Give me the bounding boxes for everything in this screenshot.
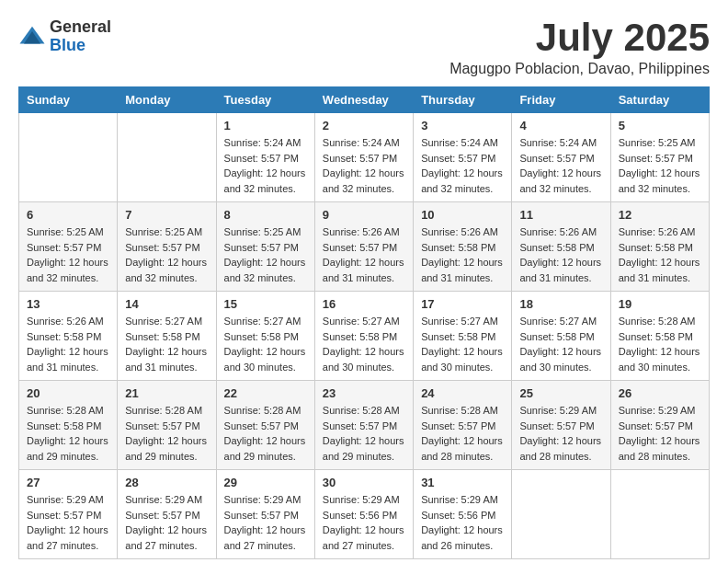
calendar-day-header: Monday: [118, 87, 216, 113]
day-number: 27: [27, 476, 109, 489]
day-info: Sunrise: 5:29 AMSunset: 5:57 PMDaylight:…: [619, 403, 701, 464]
day-number: 12: [619, 208, 701, 222]
day-info: Sunrise: 5:26 AMSunset: 5:57 PMDaylight:…: [323, 224, 405, 285]
day-info: Sunrise: 5:24 AMSunset: 5:57 PMDaylight:…: [224, 135, 307, 196]
calendar-day-header: Tuesday: [216, 87, 314, 113]
calendar-cell: 19 Sunrise: 5:28 AMSunset: 5:58 PMDaylig…: [610, 292, 709, 381]
day-number: 8: [224, 208, 307, 222]
calendar-cell: 12 Sunrise: 5:26 AMSunset: 5:58 PMDaylig…: [610, 202, 709, 292]
logo-text: General Blue: [50, 18, 111, 55]
calendar-cell: 11 Sunrise: 5:26 AMSunset: 5:58 PMDaylig…: [512, 202, 610, 292]
calendar-cell: 20 Sunrise: 5:28 AMSunset: 5:58 PMDaylig…: [19, 381, 118, 470]
logo: General Blue: [18, 18, 111, 55]
day-info: Sunrise: 5:25 AMSunset: 5:57 PMDaylight:…: [619, 135, 701, 196]
calendar-cell: 8 Sunrise: 5:25 AMSunset: 5:57 PMDayligh…: [216, 202, 314, 292]
calendar-cell: 30 Sunrise: 5:29 AMSunset: 5:56 PMDaylig…: [314, 470, 413, 559]
calendar-cell: 26 Sunrise: 5:29 AMSunset: 5:57 PMDaylig…: [610, 381, 709, 470]
day-number: 4: [519, 119, 602, 132]
day-number: 17: [421, 297, 504, 311]
day-number: 14: [125, 297, 208, 311]
calendar-cell: 29 Sunrise: 5:29 AMSunset: 5:57 PMDaylig…: [216, 470, 314, 559]
day-number: 7: [125, 208, 208, 222]
day-info: Sunrise: 5:28 AMSunset: 5:57 PMDaylight:…: [224, 403, 307, 464]
day-number: 11: [519, 208, 602, 222]
calendar-cell: 13 Sunrise: 5:26 AMSunset: 5:58 PMDaylig…: [19, 292, 118, 381]
day-number: 1: [224, 119, 307, 132]
calendar-cell: 28 Sunrise: 5:29 AMSunset: 5:57 PMDaylig…: [118, 470, 216, 559]
calendar-cell: 10 Sunrise: 5:26 AMSunset: 5:58 PMDaylig…: [414, 202, 512, 292]
calendar-cell: [118, 113, 216, 202]
calendar-week-row: 1 Sunrise: 5:24 AMSunset: 5:57 PMDayligh…: [19, 113, 710, 202]
day-info: Sunrise: 5:29 AMSunset: 5:57 PMDaylight:…: [27, 492, 109, 553]
calendar-cell: 15 Sunrise: 5:27 AMSunset: 5:58 PMDaylig…: [216, 292, 314, 381]
day-info: Sunrise: 5:28 AMSunset: 5:58 PMDaylight:…: [619, 314, 701, 374]
day-info: Sunrise: 5:24 AMSunset: 5:57 PMDaylight:…: [421, 135, 504, 196]
location: Magugpo Poblacion, Davao, Philippines: [449, 61, 710, 77]
calendar-cell: 7 Sunrise: 5:25 AMSunset: 5:57 PMDayligh…: [118, 202, 216, 292]
day-number: 9: [323, 208, 405, 222]
logo-icon: [18, 23, 46, 51]
day-number: 10: [421, 208, 504, 222]
calendar-day-header: Thursday: [414, 87, 512, 113]
calendar-cell: 2 Sunrise: 5:24 AMSunset: 5:57 PMDayligh…: [314, 113, 413, 202]
calendar-cell: [19, 113, 118, 202]
day-info: Sunrise: 5:27 AMSunset: 5:58 PMDaylight:…: [323, 314, 405, 374]
day-info: Sunrise: 5:26 AMSunset: 5:58 PMDaylight:…: [619, 224, 701, 285]
day-number: 16: [323, 297, 405, 311]
page-header: General Blue July 2025 Magugpo Poblacion…: [18, 18, 710, 77]
day-number: 18: [519, 297, 602, 311]
day-number: 5: [619, 119, 701, 132]
day-info: Sunrise: 5:27 AMSunset: 5:58 PMDaylight:…: [421, 314, 504, 374]
calendar-cell: [512, 470, 610, 559]
day-number: 28: [125, 476, 208, 489]
calendar-cell: [610, 470, 709, 559]
month-title: July 2025: [449, 18, 710, 57]
day-info: Sunrise: 5:27 AMSunset: 5:58 PMDaylight:…: [519, 314, 602, 374]
calendar-cell: 3 Sunrise: 5:24 AMSunset: 5:57 PMDayligh…: [414, 113, 512, 202]
calendar-table: SundayMondayTuesdayWednesdayThursdayFrid…: [18, 86, 710, 559]
calendar-cell: 16 Sunrise: 5:27 AMSunset: 5:58 PMDaylig…: [314, 292, 413, 381]
day-info: Sunrise: 5:28 AMSunset: 5:57 PMDaylight:…: [323, 403, 405, 464]
calendar-cell: 25 Sunrise: 5:29 AMSunset: 5:57 PMDaylig…: [512, 381, 610, 470]
day-info: Sunrise: 5:29 AMSunset: 5:56 PMDaylight:…: [323, 492, 405, 553]
day-number: 13: [27, 297, 109, 311]
calendar-day-header: Saturday: [610, 87, 709, 113]
calendar-week-row: 20 Sunrise: 5:28 AMSunset: 5:58 PMDaylig…: [19, 381, 710, 470]
day-number: 25: [519, 386, 602, 400]
day-info: Sunrise: 5:28 AMSunset: 5:57 PMDaylight:…: [125, 403, 208, 464]
day-number: 24: [421, 386, 504, 400]
day-info: Sunrise: 5:25 AMSunset: 5:57 PMDaylight:…: [125, 224, 208, 285]
day-info: Sunrise: 5:29 AMSunset: 5:57 PMDaylight:…: [519, 403, 602, 464]
calendar-header-row: SundayMondayTuesdayWednesdayThursdayFrid…: [19, 87, 710, 113]
calendar-day-header: Sunday: [19, 87, 118, 113]
calendar-cell: 14 Sunrise: 5:27 AMSunset: 5:58 PMDaylig…: [118, 292, 216, 381]
title-section: July 2025 Magugpo Poblacion, Davao, Phil…: [449, 18, 710, 77]
day-number: 2: [323, 119, 405, 132]
day-info: Sunrise: 5:25 AMSunset: 5:57 PMDaylight:…: [224, 224, 307, 285]
day-info: Sunrise: 5:27 AMSunset: 5:58 PMDaylight:…: [125, 314, 208, 374]
day-number: 30: [323, 476, 405, 489]
logo-blue: Blue: [50, 37, 111, 55]
calendar-cell: 1 Sunrise: 5:24 AMSunset: 5:57 PMDayligh…: [216, 113, 314, 202]
day-number: 19: [619, 297, 701, 311]
day-number: 31: [421, 476, 504, 489]
day-info: Sunrise: 5:29 AMSunset: 5:56 PMDaylight:…: [421, 492, 504, 553]
day-number: 15: [224, 297, 307, 311]
day-info: Sunrise: 5:26 AMSunset: 5:58 PMDaylight:…: [27, 314, 109, 374]
day-number: 23: [323, 386, 405, 400]
day-info: Sunrise: 5:24 AMSunset: 5:57 PMDaylight:…: [323, 135, 405, 196]
day-number: 3: [421, 119, 504, 132]
calendar-cell: 9 Sunrise: 5:26 AMSunset: 5:57 PMDayligh…: [314, 202, 413, 292]
day-info: Sunrise: 5:29 AMSunset: 5:57 PMDaylight:…: [224, 492, 307, 553]
calendar-day-header: Wednesday: [314, 87, 413, 113]
day-info: Sunrise: 5:29 AMSunset: 5:57 PMDaylight:…: [125, 492, 208, 553]
calendar-day-header: Friday: [512, 87, 610, 113]
day-info: Sunrise: 5:24 AMSunset: 5:57 PMDaylight:…: [519, 135, 602, 196]
calendar-cell: 27 Sunrise: 5:29 AMSunset: 5:57 PMDaylig…: [19, 470, 118, 559]
day-info: Sunrise: 5:26 AMSunset: 5:58 PMDaylight:…: [519, 224, 602, 285]
calendar-week-row: 6 Sunrise: 5:25 AMSunset: 5:57 PMDayligh…: [19, 202, 710, 292]
calendar-cell: 24 Sunrise: 5:28 AMSunset: 5:57 PMDaylig…: [414, 381, 512, 470]
calendar-cell: 23 Sunrise: 5:28 AMSunset: 5:57 PMDaylig…: [314, 381, 413, 470]
calendar-cell: 18 Sunrise: 5:27 AMSunset: 5:58 PMDaylig…: [512, 292, 610, 381]
calendar-cell: 21 Sunrise: 5:28 AMSunset: 5:57 PMDaylig…: [118, 381, 216, 470]
